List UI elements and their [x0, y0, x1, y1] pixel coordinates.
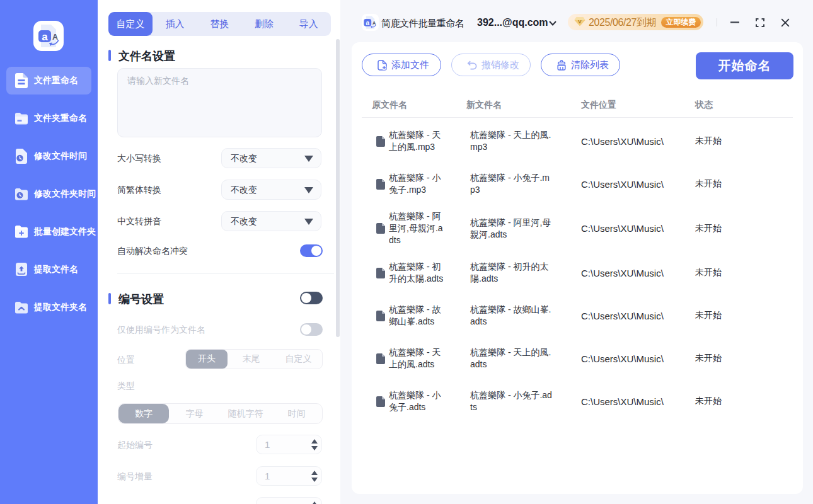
svg-text:A: A: [52, 33, 58, 42]
svg-text:V: V: [578, 19, 582, 25]
svg-text:a: a: [42, 31, 48, 43]
svg-text:a: a: [366, 20, 369, 26]
